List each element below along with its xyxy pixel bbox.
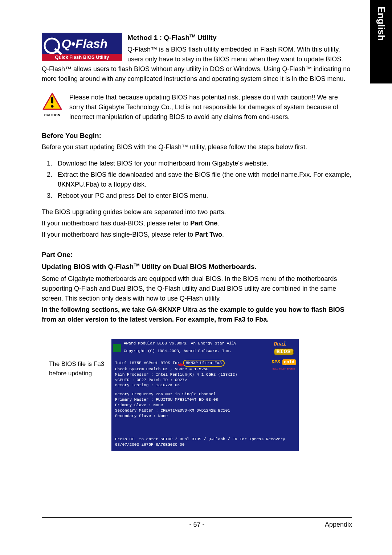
bios-body: Intel i875P AGPset BIOS for 8KNXP Ultra … [111, 355, 299, 449]
bios-line: Main Processor : Intel Pentium(R) 4 1.6G… [115, 372, 295, 378]
logo-main-text: Q•Flash [61, 37, 107, 50]
gold-badge: gold [282, 359, 296, 365]
bios-line: Secondary Master : CREATIVEDVD-RM DVD124… [115, 408, 295, 413]
dual-badge: Dual [274, 341, 286, 347]
bios-header: Award Modular BIOS v6.00PG, An Energy St… [111, 339, 299, 355]
part-one-title: Part One: [42, 250, 352, 260]
guides-intro: The BIOS upgrading guides below are sepa… [42, 207, 352, 217]
epa-icon [113, 344, 121, 352]
before-text: Before you start updating BIOS with the … [42, 142, 352, 152]
bios-screen: Dual BIOS DPS gold Dual Power System Awa… [111, 339, 299, 451]
guides-single: If your motherboard has single-BIOS, ple… [42, 230, 352, 240]
part-one-body: Some of Gigabyte motherboards are equipp… [42, 274, 352, 303]
method-title-pre: Method 1 : Q-Flash [127, 34, 189, 41]
caution-text: Please note that because updating BIOS h… [42, 93, 352, 122]
qflash-logo: Q•Flash Quick Flash BIOS Utility [42, 33, 122, 61]
bios-note: The BIOS file is Fa3 before updating [42, 339, 107, 378]
step-item: Extract the BIOS file downloaded and sav… [54, 170, 352, 189]
bios-foot2: 08/07/2003-i875P-6A79BG03C-00 [115, 442, 295, 448]
guides-dual: If your motherboard has dual-BIOS, pleas… [42, 219, 352, 228]
bios-line: <CPUID : 0F27 Patch ID : 0027> [115, 378, 295, 383]
bios-badge: BIOS [274, 348, 294, 355]
part-one-bold: In the following sections, we take GA-8K… [42, 305, 352, 325]
svg-rect-4 [51, 97, 53, 103]
bios-hdr1: Award Modular BIOS v6.00PG, An Energy St… [124, 340, 236, 347]
bios-line: Primary Master : FUJITSU MPE3170AT ED-03… [115, 397, 295, 403]
bios-hdr2: Copyright (C) 1984-2003, Award Software,… [124, 348, 236, 354]
step-item: Reboot your PC and press Del to enter BI… [54, 191, 352, 201]
part-one-subtitle: Updating BIOS with Q-FlashTM Utility on … [42, 262, 352, 272]
svg-point-5 [51, 105, 54, 107]
caution-block: CAUTION Please note that because updatin… [42, 93, 352, 123]
steps-list: Download the latest BIOS for your mother… [42, 159, 352, 201]
page-number: - 57 - [189, 520, 204, 530]
caution-icon: CAUTION [42, 93, 63, 118]
bios-badges: Dual BIOS DPS gold Dual Power System [271, 340, 296, 372]
method-title-post: Utility [195, 34, 216, 41]
bios-line: Memory Frequency 266 MHz in Single Chann… [115, 392, 295, 397]
tm-mark: TM [189, 34, 195, 38]
logo-sub-text: Quick Flash BIOS Utility [55, 54, 110, 60]
bios-line: Secondary Slave : None [115, 413, 295, 419]
page-footer: - 57 - Appendix [42, 517, 352, 530]
step-item: Download the latest BIOS for your mother… [54, 159, 352, 168]
footer-section: Appendix [325, 520, 352, 530]
bios-highlight: 8KNXP Ultra Fa3 [183, 360, 225, 367]
before-title: Before You Begin: [42, 131, 352, 141]
bios-line: Check System Health OK , VCore = 1.5250 [115, 367, 295, 372]
bios-line: Intel i875P AGPset BIOS for 8KNXP Ultra … [115, 360, 295, 367]
svg-marker-6 [177, 363, 184, 367]
language-tab: English [370, 0, 392, 83]
dps-badge: DPS [271, 359, 280, 365]
caution-label: CAUTION [42, 113, 63, 118]
page-content: Q•Flash Quick Flash BIOS Utility Method … [0, 0, 392, 451]
dps-sub-badge: Dual Power System [273, 368, 295, 370]
bios-line: Memory Testing : 131072K OK [115, 383, 295, 388]
bios-foot1: Press DEL to enter SETUP / Dual BIOS / Q… [115, 437, 295, 442]
bios-block: The BIOS file is Fa3 before updating Dua… [42, 339, 352, 451]
bios-line: Primary Slave : None [115, 403, 295, 408]
